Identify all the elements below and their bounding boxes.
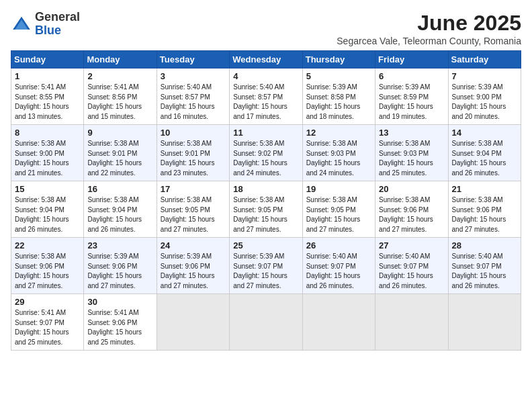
daylight-label: Daylight: 15 hours and 23 minutes. xyxy=(161,159,215,177)
table-row xyxy=(375,294,448,351)
day-info: Sunrise: 5:40 AM Sunset: 8:57 PM Dayligh… xyxy=(233,83,298,122)
table-row: 8 Sunrise: 5:38 AM Sunset: 9:00 PM Dayli… xyxy=(11,125,84,181)
table-row: 22 Sunrise: 5:38 AM Sunset: 9:06 PM Dayl… xyxy=(11,238,84,294)
table-row: 12 Sunrise: 5:38 AM Sunset: 9:03 PM Dayl… xyxy=(302,125,375,181)
daylight-label: Daylight: 15 hours and 27 minutes. xyxy=(233,272,287,289)
table-row: 10 Sunrise: 5:38 AM Sunset: 9:01 PM Dayl… xyxy=(157,125,229,181)
daylight-label: Daylight: 15 hours and 25 minutes. xyxy=(15,328,69,346)
table-row: 17 Sunrise: 5:38 AM Sunset: 9:05 PM Dayl… xyxy=(157,181,229,238)
table-row: 23 Sunrise: 5:39 AM Sunset: 9:06 PM Dayl… xyxy=(84,238,157,294)
day-number: 24 xyxy=(161,240,226,250)
sunrise-label: Sunrise: 5:38 AM xyxy=(233,196,284,203)
day-number: 11 xyxy=(233,128,298,138)
sunrise-label: Sunrise: 5:38 AM xyxy=(306,140,357,147)
sunrise-label: Sunrise: 5:41 AM xyxy=(15,83,66,91)
sunset-label: Sunset: 8:59 PM xyxy=(379,93,429,101)
col-friday: Friday xyxy=(375,51,448,68)
day-number: 23 xyxy=(87,240,152,250)
day-info: Sunrise: 5:38 AM Sunset: 9:02 PM Dayligh… xyxy=(233,139,298,178)
day-info: Sunrise: 5:39 AM Sunset: 9:06 PM Dayligh… xyxy=(87,252,152,291)
day-info: Sunrise: 5:38 AM Sunset: 9:06 PM Dayligh… xyxy=(452,195,517,234)
sunset-label: Sunset: 9:02 PM xyxy=(233,150,283,157)
table-row: 13 Sunrise: 5:38 AM Sunset: 9:03 PM Dayl… xyxy=(375,125,448,181)
daylight-label: Daylight: 15 hours and 26 minutes. xyxy=(379,272,433,289)
day-number: 20 xyxy=(379,184,444,194)
table-row: 19 Sunrise: 5:38 AM Sunset: 9:05 PM Dayl… xyxy=(302,181,375,238)
daylight-label: Daylight: 15 hours and 26 minutes. xyxy=(15,216,69,233)
day-info: Sunrise: 5:38 AM Sunset: 9:01 PM Dayligh… xyxy=(161,139,226,178)
table-row: 11 Sunrise: 5:38 AM Sunset: 9:02 PM Dayl… xyxy=(230,125,302,181)
table-row: 20 Sunrise: 5:38 AM Sunset: 9:06 PM Dayl… xyxy=(375,181,448,238)
sunrise-label: Sunrise: 5:38 AM xyxy=(452,140,503,147)
day-number: 21 xyxy=(452,184,517,194)
day-info: Sunrise: 5:38 AM Sunset: 9:03 PM Dayligh… xyxy=(379,139,444,178)
calendar-header-row: Sunday Monday Tuesday Wednesday Thursday… xyxy=(11,51,521,68)
sunset-label: Sunset: 9:06 PM xyxy=(87,263,137,270)
sunset-label: Sunset: 8:55 PM xyxy=(15,93,64,101)
sunset-label: Sunset: 9:01 PM xyxy=(87,150,137,157)
day-info: Sunrise: 5:38 AM Sunset: 9:00 PM Dayligh… xyxy=(15,139,80,178)
sunrise-label: Sunrise: 5:38 AM xyxy=(15,196,66,203)
day-number: 22 xyxy=(15,240,80,250)
day-number: 16 xyxy=(87,184,152,194)
table-row: 1 Sunrise: 5:41 AM Sunset: 8:55 PM Dayli… xyxy=(11,68,84,125)
table-row: 27 Sunrise: 5:40 AM Sunset: 9:07 PM Dayl… xyxy=(375,238,448,294)
calendar-week-row: 22 Sunrise: 5:38 AM Sunset: 9:06 PM Dayl… xyxy=(11,238,521,294)
table-row: 28 Sunrise: 5:40 AM Sunset: 9:07 PM Dayl… xyxy=(448,238,521,294)
day-number: 8 xyxy=(15,128,80,138)
day-info: Sunrise: 5:39 AM Sunset: 8:59 PM Dayligh… xyxy=(379,83,444,122)
table-row: 30 Sunrise: 5:41 AM Sunset: 9:06 PM Dayl… xyxy=(84,294,157,351)
calendar-table: Sunday Monday Tuesday Wednesday Thursday… xyxy=(11,50,521,351)
sunrise-label: Sunrise: 5:41 AM xyxy=(87,83,138,91)
sunrise-label: Sunrise: 5:38 AM xyxy=(306,196,357,203)
sunrise-label: Sunrise: 5:38 AM xyxy=(379,196,430,203)
daylight-label: Daylight: 15 hours and 19 minutes. xyxy=(379,103,433,120)
daylight-label: Daylight: 15 hours and 27 minutes. xyxy=(87,272,142,289)
day-number: 5 xyxy=(306,71,371,81)
month-title: June 2025 xyxy=(337,11,521,36)
sunrise-label: Sunrise: 5:41 AM xyxy=(15,309,66,316)
day-number: 19 xyxy=(306,184,371,194)
day-number: 1 xyxy=(15,71,80,81)
sunrise-label: Sunrise: 5:40 AM xyxy=(452,253,503,260)
sunrise-label: Sunrise: 5:38 AM xyxy=(233,140,284,147)
sunset-label: Sunset: 9:07 PM xyxy=(452,263,502,270)
sunset-label: Sunset: 9:05 PM xyxy=(233,206,283,214)
day-number: 25 xyxy=(233,240,298,250)
sunrise-label: Sunrise: 5:38 AM xyxy=(379,140,430,147)
daylight-label: Daylight: 15 hours and 25 minutes. xyxy=(87,328,142,346)
sunrise-label: Sunrise: 5:40 AM xyxy=(161,83,212,91)
table-row: 18 Sunrise: 5:38 AM Sunset: 9:05 PM Dayl… xyxy=(230,181,302,238)
day-info: Sunrise: 5:38 AM Sunset: 9:04 PM Dayligh… xyxy=(452,139,517,178)
daylight-label: Daylight: 15 hours and 16 minutes. xyxy=(161,103,215,120)
daylight-label: Daylight: 15 hours and 21 minutes. xyxy=(15,159,69,177)
logo-blue: Blue xyxy=(35,24,61,37)
day-number: 17 xyxy=(161,184,226,194)
col-saturday: Saturday xyxy=(448,51,521,68)
daylight-label: Daylight: 15 hours and 25 minutes. xyxy=(379,159,433,177)
sunset-label: Sunset: 9:06 PM xyxy=(87,319,137,326)
day-number: 6 xyxy=(379,71,444,81)
sunset-label: Sunset: 9:00 PM xyxy=(452,93,502,101)
daylight-label: Daylight: 15 hours and 27 minutes. xyxy=(452,216,506,233)
day-info: Sunrise: 5:40 AM Sunset: 9:07 PM Dayligh… xyxy=(452,252,517,291)
sunset-label: Sunset: 9:06 PM xyxy=(161,263,210,270)
day-info: Sunrise: 5:39 AM Sunset: 8:58 PM Dayligh… xyxy=(306,83,371,122)
sunrise-label: Sunrise: 5:39 AM xyxy=(452,83,503,91)
sunrise-label: Sunrise: 5:40 AM xyxy=(379,253,430,260)
table-row: 15 Sunrise: 5:38 AM Sunset: 9:04 PM Dayl… xyxy=(11,181,84,238)
table-row: 5 Sunrise: 5:39 AM Sunset: 8:58 PM Dayli… xyxy=(302,68,375,125)
sunset-label: Sunset: 9:07 PM xyxy=(379,263,429,270)
sunset-label: Sunset: 8:58 PM xyxy=(306,93,356,101)
daylight-label: Daylight: 15 hours and 27 minutes. xyxy=(233,216,287,233)
day-info: Sunrise: 5:38 AM Sunset: 9:03 PM Dayligh… xyxy=(306,139,371,178)
daylight-label: Daylight: 15 hours and 26 minutes. xyxy=(306,272,361,289)
day-number: 9 xyxy=(87,128,152,138)
day-info: Sunrise: 5:38 AM Sunset: 9:05 PM Dayligh… xyxy=(233,195,298,234)
day-info: Sunrise: 5:41 AM Sunset: 8:55 PM Dayligh… xyxy=(15,83,80,122)
page-header: General Blue June 2025 Segarcea Vale, Te… xyxy=(11,11,521,46)
sunrise-label: Sunrise: 5:39 AM xyxy=(306,83,357,91)
col-tuesday: Tuesday xyxy=(157,51,229,68)
daylight-label: Daylight: 15 hours and 13 minutes. xyxy=(15,103,69,120)
col-sunday: Sunday xyxy=(11,51,84,68)
